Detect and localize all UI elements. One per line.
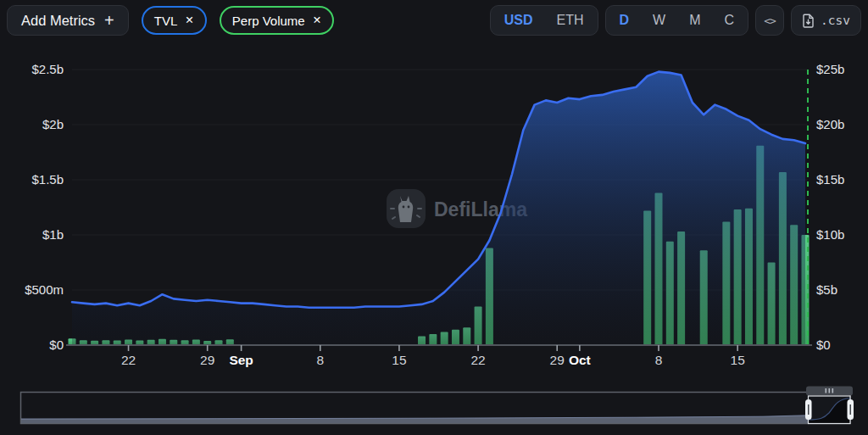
svg-text:$0: $0 xyxy=(49,337,64,352)
svg-text:$1.5b: $1.5b xyxy=(31,172,64,187)
brush-mini-area xyxy=(21,415,808,423)
top-toolbar: Add Metrics + TVL✕Perp Volume✕ USDETH DW… xyxy=(0,0,868,41)
svg-text:Oct: Oct xyxy=(569,353,591,367)
toolbar-left-group: Add Metrics + TVL✕Perp Volume✕ xyxy=(7,5,334,36)
svg-text:8: 8 xyxy=(316,353,324,367)
add-metrics-button[interactable]: Add Metrics + xyxy=(7,5,129,36)
svg-text:$15b: $15b xyxy=(816,172,844,187)
svg-text:$5b: $5b xyxy=(816,282,837,297)
interval-option-w[interactable]: W xyxy=(641,6,677,35)
svg-text:29: 29 xyxy=(200,353,214,367)
metric-chip-tvl[interactable]: TVL✕ xyxy=(142,6,207,35)
svg-text:8: 8 xyxy=(655,353,663,367)
svg-text:Sep: Sep xyxy=(229,353,253,367)
svg-text:15: 15 xyxy=(392,353,406,367)
close-icon[interactable]: ✕ xyxy=(185,15,193,26)
svg-text:22: 22 xyxy=(121,353,136,367)
svg-text:29: 29 xyxy=(550,353,565,367)
timeline-brush[interactable] xyxy=(0,386,868,435)
drag-handle-dots-icon xyxy=(832,388,834,393)
toolbar-right-group: USDETH DWMC <> .csv xyxy=(490,5,861,36)
code-icon: <> xyxy=(764,14,776,27)
right-axis-labels: $25b$20b$15b$10b$5b$0 xyxy=(816,62,844,352)
currency-option-eth[interactable]: ETH xyxy=(545,6,596,35)
interval-toggle: DWMC xyxy=(605,5,749,36)
embed-button[interactable]: <> xyxy=(755,5,784,36)
metric-chip-label: Perp Volume xyxy=(232,14,305,28)
svg-text:$10b: $10b xyxy=(816,227,844,242)
x-axis-labels: 2229Sep8152229Oct815 xyxy=(121,345,745,367)
svg-text:$2b: $2b xyxy=(42,117,64,131)
svg-text:$25b: $25b xyxy=(816,62,844,76)
svg-text:$20b: $20b xyxy=(816,117,844,131)
csv-download-button[interactable]: .csv xyxy=(791,5,861,36)
interval-option-m[interactable]: M xyxy=(677,6,712,35)
left-axis-labels: $2.5b$2b$1.5b$1b$500m$0 xyxy=(25,62,64,352)
svg-text:15: 15 xyxy=(731,353,745,367)
currency-toggle: USDETH xyxy=(490,5,598,36)
add-metrics-label: Add Metrics xyxy=(21,13,95,29)
currency-option-usd[interactable]: USD xyxy=(492,6,545,35)
metric-chip-perp-volume[interactable]: Perp Volume✕ xyxy=(220,6,334,35)
svg-text:$0: $0 xyxy=(816,337,831,352)
brush-left-handle-slot xyxy=(808,404,810,415)
brush-right-handle-slot xyxy=(850,404,852,415)
main-chart-canvas[interactable]: DefiLlama2229Sep8152229Oct815$2.5b$2b$1.… xyxy=(0,41,868,384)
interval-option-c[interactable]: C xyxy=(713,6,747,35)
svg-text:$1b: $1b xyxy=(42,227,64,242)
close-icon[interactable]: ✕ xyxy=(313,15,321,26)
interval-option-d[interactable]: D xyxy=(608,6,642,35)
drag-handle-dots-icon xyxy=(829,388,831,393)
metric-chips: TVL✕Perp Volume✕ xyxy=(142,6,334,35)
metric-chip-label: TVL xyxy=(154,14,178,28)
plus-icon: + xyxy=(104,12,114,29)
drag-handle-dots-icon xyxy=(826,388,827,393)
csv-button-label: .csv xyxy=(821,14,850,27)
brush-selection-window[interactable] xyxy=(806,387,853,424)
svg-text:$2.5b: $2.5b xyxy=(31,62,64,76)
svg-text:$500m: $500m xyxy=(25,282,64,297)
svg-text:22: 22 xyxy=(470,353,485,367)
file-download-icon xyxy=(802,14,815,28)
